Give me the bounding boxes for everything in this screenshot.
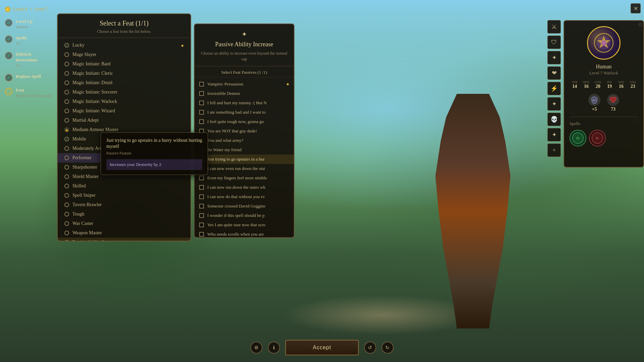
step-title-eldritch: Eldritch Invocations: [16, 52, 52, 63]
accept-button[interactable]: Accept: [285, 340, 359, 355]
feat-item-magic-wizard[interactable]: Magic Initiate: Wizard: [58, 106, 191, 116]
feat-item-magic-sorcerer[interactable]: Magic Initiate: Sorcerer: [58, 87, 191, 97]
action-icon-lightning[interactable]: ⚡: [547, 82, 561, 95]
passive-item-scrolls[interactable]: Who needs scrolls when you are: [195, 230, 294, 237]
feat-radio-martial-adept: [64, 118, 69, 123]
passive-item-quite-sure[interactable]: Yes I am quite sure now that scro: [195, 220, 294, 230]
passive-check-goggins: [199, 204, 204, 208]
passive-item-without-you[interactable]: I can now do that without you ev: [195, 192, 294, 201]
stat-wis-label: WIS: [616, 80, 627, 84]
feat-item-war-caster[interactable]: War Caster: [58, 219, 191, 228]
stat-int-label: INT: [604, 80, 615, 84]
passive-check-tough: [199, 119, 204, 124]
passive-item-irresistible[interactable]: Irresistible Demon: [195, 89, 294, 98]
feat-item-tough[interactable]: Tough: [58, 209, 191, 219]
passive-check-scrolls: [199, 232, 204, 237]
spell-slot-1[interactable]: lV: [570, 130, 586, 146]
stat-dex-value: 16: [581, 84, 592, 89]
action-icon-gem[interactable]: ✦: [547, 128, 561, 141]
right-panel-close-icon[interactable]: ⬡: [639, 22, 642, 27]
action-icon-magic[interactable]: ✦: [547, 51, 561, 64]
feat-item-skilled[interactable]: Skilled: [58, 181, 191, 191]
feat-item-weapon-master[interactable]: Weapon Master: [58, 228, 191, 238]
stat-cha-label: CHA: [628, 80, 638, 84]
feat-name-magic-wizard: Magic Initiate: Wizard: [72, 108, 115, 114]
feat-name-martial-adept: Martial Adept: [72, 118, 99, 123]
feat-name-magic-bard: Magic Initiate: Bard: [72, 61, 111, 67]
action-icon-add[interactable]: +: [547, 143, 561, 157]
passive-item-run-down[interactable]: I can now even run down the stai: [195, 164, 294, 173]
feat-name-spell-sniper: Spell Sniper: [72, 193, 96, 198]
passive-name-spell-wonder: I wonder if this spell should be p: [207, 213, 265, 218]
passive-item-army[interactable]: You and what army?: [195, 136, 294, 145]
feat-item-martial-adept[interactable]: Martial Adept: [58, 116, 191, 125]
action-icon-health[interactable]: ❤: [547, 66, 561, 80]
nav-redo-btn[interactable]: ↻: [381, 342, 393, 354]
char-portrait-area: [570, 26, 638, 60]
spell-slot-2[interactable]: lV: [589, 130, 606, 146]
feat-name-mobile: Mobile: [72, 136, 86, 142]
shield-icon: AC: [588, 94, 600, 106]
combat-hp: 73: [607, 94, 619, 112]
passive-item-fingers[interactable]: Even my fingers feel more nimble: [195, 173, 294, 183]
nav-undo-btn[interactable]: ↺: [364, 342, 376, 354]
step-feat: ✓ Feat Passive Ability Increase: [5, 87, 52, 98]
feat-item-magic-cleric[interactable]: Magic Initiate: Cleric: [58, 69, 191, 78]
passive-item-ate[interactable]: I ate something bad and I want to: [195, 108, 294, 117]
passive-panel-header: ✦ Passive Ability Increase Choose an abi…: [195, 24, 294, 66]
passive-check-vampiric: [199, 82, 204, 86]
passive-panel-title: Passive Ability Increase: [200, 41, 288, 48]
passive-item-vampiric[interactable]: Vampiric Persuasion ◆: [195, 79, 294, 89]
passive-check-ate: [199, 110, 204, 115]
feat-item-magic-warlock[interactable]: Magic Initiate: Warlock: [58, 97, 191, 106]
feat-item-spell-sniper[interactable]: Spell Sniper: [58, 191, 191, 200]
passive-name-goggins: Someone crossed David Goggins: [207, 203, 265, 209]
feat-radio-magic-wizard: [64, 109, 69, 113]
feat-item-lucky[interactable]: Lucky ◆: [58, 41, 191, 50]
char-class: Level 7 Warlock: [570, 70, 638, 76]
feat-name-medium-armour: Medium Armour Master: [72, 127, 118, 132]
action-icon-skull[interactable]: 💀: [547, 113, 561, 126]
feat-panel-title: Select a Feat (1/1): [64, 19, 184, 27]
action-icon-combat[interactable]: ⚔: [547, 20, 561, 34]
action-icon-defense[interactable]: 🛡: [547, 36, 561, 49]
feat-radio-spell-sniper: [64, 193, 69, 198]
passive-item-upstairs[interactable]: ■ Just trying to go upstairs in a hur: [195, 155, 294, 164]
passive-list: Vampiric Persuasion ◆ Irresistible Demon…: [195, 77, 294, 237]
passive-item-spell-wonder[interactable]: I wonder if this spell should be p: [195, 211, 294, 220]
step-sub-feat: Passive Ability Increase: [16, 93, 51, 98]
passive-panel-icon: ✦: [200, 30, 288, 38]
passive-name-tummy: I fell and hurt my tummy :( But N: [207, 100, 267, 106]
svg-text:lV: lV: [576, 136, 580, 140]
feat-item-magic-bard[interactable]: Magic Initiate: Bard: [58, 59, 191, 69]
nav-info-btn[interactable]: ℹ: [268, 342, 280, 354]
feat-item-magic-druid[interactable]: Magic Initiate: Druid: [58, 78, 191, 87]
feat-item-mage-slayer[interactable]: Mage Slayer: [58, 50, 191, 59]
feat-radio-medium-armour: [64, 127, 69, 132]
nav-settings-btn[interactable]: ⚙: [251, 342, 263, 354]
feat-name-lucky: Lucky: [72, 43, 85, 48]
passive-item-goggins[interactable]: Someone crossed David Goggins: [195, 201, 294, 211]
feat-radio-magic-sorcerer: [64, 90, 69, 95]
feat-item-passive-ability[interactable]: Passive Ability Increase: [58, 238, 191, 241]
feat-radio-magic-cleric: [64, 71, 69, 76]
passive-item-be-water[interactable]: Be Water my friend: [195, 145, 294, 155]
feat-item-tavern-brawler[interactable]: Tavern Brawler: [58, 200, 191, 209]
close-button[interactable]: ✕: [631, 3, 641, 13]
tooltip-effect: Increases your Dexterity by 2: [106, 159, 202, 170]
action-icon-star[interactable]: ✦: [547, 97, 561, 111]
feat-panel-subtitle: Choose a feat from the list below.: [64, 29, 184, 34]
step-check-level-up: ✓: [5, 19, 12, 26]
passive-name-irresistible: Irresistible Demon: [207, 91, 240, 96]
char-combat: AC +5 73: [570, 94, 638, 112]
passive-item-tough[interactable]: I feel quite tough now, gonna go: [195, 117, 294, 126]
feat-name-magic-druid: Magic Initiate: Druid: [72, 80, 112, 85]
passive-item-run-stairs[interactable]: I can now run down the stairs wh: [195, 183, 294, 192]
passive-item-tummy[interactable]: I fell and hurt my tummy :( But N: [195, 98, 294, 108]
stat-con-label: CON: [593, 80, 603, 84]
passive-item-not-guy[interactable]: You are NOT that guy dude!: [195, 126, 294, 136]
passive-name-quite-sure: Yes I am quite sure now that scro: [207, 222, 265, 228]
feat-radio-performer: [64, 156, 69, 160]
svg-text:AC: AC: [592, 99, 597, 102]
feat-radio-tavern-brawler: [64, 202, 69, 207]
